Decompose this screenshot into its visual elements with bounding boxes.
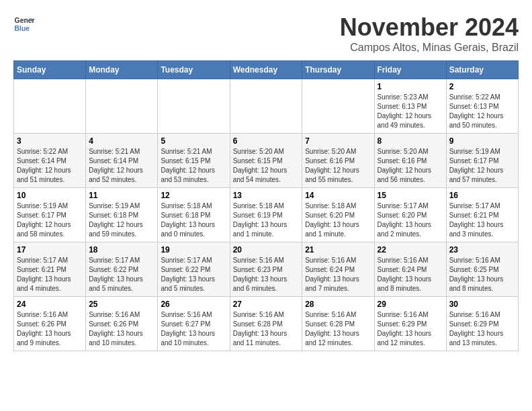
day-number: 18: [89, 245, 154, 255]
day-info: Sunrise: 5:17 AM Sunset: 6:22 PM Dayligh…: [89, 256, 154, 293]
day-info: Sunrise: 5:17 AM Sunset: 6:22 PM Dayligh…: [161, 256, 226, 293]
day-info: Sunrise: 5:16 AM Sunset: 6:29 PM Dayligh…: [449, 310, 515, 348]
calendar-day-cell: 5Sunrise: 5:21 AM Sunset: 6:15 PM Daylig…: [158, 134, 230, 188]
day-info: Sunrise: 5:22 AM Sunset: 6:14 PM Dayligh…: [17, 147, 83, 185]
day-info: Sunrise: 5:16 AM Sunset: 6:27 PM Dayligh…: [161, 310, 226, 348]
day-info: Sunrise: 5:16 AM Sunset: 6:26 PM Dayligh…: [17, 310, 83, 348]
calendar-day-cell: 16Sunrise: 5:17 AM Sunset: 6:21 PM Dayli…: [446, 188, 518, 242]
calendar-day-cell: 7Sunrise: 5:20 AM Sunset: 6:16 PM Daylig…: [302, 134, 374, 188]
day-number: 7: [305, 136, 371, 146]
day-number: 6: [233, 136, 300, 146]
calendar-table: SundayMondayTuesdayWednesdayThursdayFrid…: [13, 60, 519, 351]
calendar-day-cell: [302, 79, 374, 134]
calendar-day-cell: 25Sunrise: 5:16 AM Sunset: 6:26 PM Dayli…: [86, 297, 158, 351]
calendar-day-cell: 3Sunrise: 5:22 AM Sunset: 6:14 PM Daylig…: [14, 134, 86, 188]
calendar-day-cell: [158, 79, 230, 134]
calendar-day-cell: 30Sunrise: 5:16 AM Sunset: 6:29 PM Dayli…: [446, 297, 518, 351]
calendar-day-cell: 15Sunrise: 5:17 AM Sunset: 6:20 PM Dayli…: [374, 188, 446, 242]
day-info: Sunrise: 5:16 AM Sunset: 6:28 PM Dayligh…: [305, 310, 371, 348]
day-number: 21: [305, 245, 371, 255]
day-number: 13: [233, 191, 300, 200]
day-info: Sunrise: 5:16 AM Sunset: 6:26 PM Dayligh…: [89, 310, 154, 348]
calendar-header-thursday: Thursday: [302, 61, 374, 79]
day-info: Sunrise: 5:19 AM Sunset: 6:17 PM Dayligh…: [449, 147, 515, 185]
day-info: Sunrise: 5:19 AM Sunset: 6:17 PM Dayligh…: [17, 201, 83, 239]
calendar-week-row: 3Sunrise: 5:22 AM Sunset: 6:14 PM Daylig…: [14, 134, 519, 188]
calendar-day-cell: 24Sunrise: 5:16 AM Sunset: 6:26 PM Dayli…: [14, 297, 86, 351]
calendar-day-cell: 11Sunrise: 5:19 AM Sunset: 6:18 PM Dayli…: [86, 188, 158, 242]
day-number: 20: [233, 245, 300, 255]
day-number: 15: [378, 191, 443, 200]
day-number: 24: [17, 300, 83, 309]
day-number: 14: [305, 191, 371, 200]
day-info: Sunrise: 5:16 AM Sunset: 6:24 PM Dayligh…: [305, 256, 371, 293]
day-number: 5: [161, 136, 226, 146]
calendar-header-monday: Monday: [86, 61, 158, 79]
day-info: Sunrise: 5:22 AM Sunset: 6:13 PM Dayligh…: [449, 93, 515, 130]
calendar-week-row: 24Sunrise: 5:16 AM Sunset: 6:26 PM Dayli…: [14, 297, 519, 351]
day-number: 28: [305, 300, 371, 309]
day-number: 22: [378, 245, 443, 255]
svg-text:Blue: Blue: [15, 25, 30, 32]
logo-icon: General Blue: [13, 13, 35, 35]
day-number: 3: [17, 136, 83, 146]
calendar-day-cell: 17Sunrise: 5:17 AM Sunset: 6:21 PM Dayli…: [14, 242, 86, 297]
day-number: 1: [378, 82, 443, 91]
day-info: Sunrise: 5:20 AM Sunset: 6:15 PM Dayligh…: [233, 147, 300, 185]
day-info: Sunrise: 5:18 AM Sunset: 6:20 PM Dayligh…: [305, 201, 371, 239]
calendar-day-cell: [86, 79, 158, 134]
day-info: Sunrise: 5:18 AM Sunset: 6:19 PM Dayligh…: [233, 201, 300, 239]
calendar-week-row: 10Sunrise: 5:19 AM Sunset: 6:17 PM Dayli…: [14, 188, 519, 242]
day-number: 4: [89, 136, 154, 146]
calendar-day-cell: 23Sunrise: 5:16 AM Sunset: 6:25 PM Dayli…: [446, 242, 518, 297]
day-info: Sunrise: 5:20 AM Sunset: 6:16 PM Dayligh…: [305, 147, 371, 185]
calendar-header-row: SundayMondayTuesdayWednesdayThursdayFrid…: [14, 61, 519, 79]
day-info: Sunrise: 5:17 AM Sunset: 6:21 PM Dayligh…: [17, 256, 83, 293]
day-number: 27: [233, 300, 300, 309]
calendar-day-cell: [230, 79, 302, 134]
day-info: Sunrise: 5:21 AM Sunset: 6:14 PM Dayligh…: [89, 147, 154, 185]
day-info: Sunrise: 5:16 AM Sunset: 6:23 PM Dayligh…: [233, 256, 300, 293]
calendar-day-cell: 29Sunrise: 5:16 AM Sunset: 6:29 PM Dayli…: [374, 297, 446, 351]
location-subtitle: Campos Altos, Minas Gerais, Brazil: [340, 42, 519, 54]
calendar-day-cell: 1Sunrise: 5:23 AM Sunset: 6:13 PM Daylig…: [374, 79, 446, 134]
day-number: 10: [17, 191, 83, 200]
calendar-week-row: 17Sunrise: 5:17 AM Sunset: 6:21 PM Dayli…: [14, 242, 519, 297]
day-info: Sunrise: 5:20 AM Sunset: 6:16 PM Dayligh…: [378, 147, 443, 185]
day-number: 19: [161, 245, 226, 255]
calendar-day-cell: 18Sunrise: 5:17 AM Sunset: 6:22 PM Dayli…: [86, 242, 158, 297]
day-info: Sunrise: 5:18 AM Sunset: 6:18 PM Dayligh…: [161, 201, 226, 239]
day-number: 25: [89, 300, 154, 309]
calendar-day-cell: 10Sunrise: 5:19 AM Sunset: 6:17 PM Dayli…: [14, 188, 86, 242]
calendar-week-row: 1Sunrise: 5:23 AM Sunset: 6:13 PM Daylig…: [14, 79, 519, 134]
calendar-day-cell: 12Sunrise: 5:18 AM Sunset: 6:18 PM Dayli…: [158, 188, 230, 242]
day-info: Sunrise: 5:16 AM Sunset: 6:25 PM Dayligh…: [449, 256, 515, 293]
day-number: 26: [161, 300, 226, 309]
day-number: 23: [449, 245, 515, 255]
calendar-day-cell: 26Sunrise: 5:16 AM Sunset: 6:27 PM Dayli…: [158, 297, 230, 351]
day-info: Sunrise: 5:21 AM Sunset: 6:15 PM Dayligh…: [161, 147, 226, 185]
calendar-day-cell: 27Sunrise: 5:16 AM Sunset: 6:28 PM Dayli…: [230, 297, 302, 351]
day-number: 12: [161, 191, 226, 200]
day-info: Sunrise: 5:17 AM Sunset: 6:21 PM Dayligh…: [449, 201, 515, 239]
calendar-day-cell: 22Sunrise: 5:16 AM Sunset: 6:24 PM Dayli…: [374, 242, 446, 297]
calendar-day-cell: 21Sunrise: 5:16 AM Sunset: 6:24 PM Dayli…: [302, 242, 374, 297]
title-section: November 2024 Campos Altos, Minas Gerais…: [340, 13, 519, 54]
day-number: 9: [449, 136, 515, 146]
day-number: 17: [17, 245, 83, 255]
day-info: Sunrise: 5:19 AM Sunset: 6:18 PM Dayligh…: [89, 201, 154, 239]
calendar-day-cell: 28Sunrise: 5:16 AM Sunset: 6:28 PM Dayli…: [302, 297, 374, 351]
calendar-day-cell: 14Sunrise: 5:18 AM Sunset: 6:20 PM Dayli…: [302, 188, 374, 242]
calendar-day-cell: 4Sunrise: 5:21 AM Sunset: 6:14 PM Daylig…: [86, 134, 158, 188]
calendar-day-cell: 6Sunrise: 5:20 AM Sunset: 6:15 PM Daylig…: [230, 134, 302, 188]
calendar-day-cell: 20Sunrise: 5:16 AM Sunset: 6:23 PM Dayli…: [230, 242, 302, 297]
calendar-header-friday: Friday: [374, 61, 446, 79]
logo: General Blue: [13, 13, 35, 35]
calendar-header-sunday: Sunday: [14, 61, 86, 79]
calendar-day-cell: 8Sunrise: 5:20 AM Sunset: 6:16 PM Daylig…: [374, 134, 446, 188]
day-info: Sunrise: 5:23 AM Sunset: 6:13 PM Dayligh…: [378, 93, 443, 130]
day-info: Sunrise: 5:16 AM Sunset: 6:28 PM Dayligh…: [233, 310, 300, 348]
day-number: 16: [449, 191, 515, 200]
calendar-header-wednesday: Wednesday: [230, 61, 302, 79]
day-number: 30: [449, 300, 515, 309]
